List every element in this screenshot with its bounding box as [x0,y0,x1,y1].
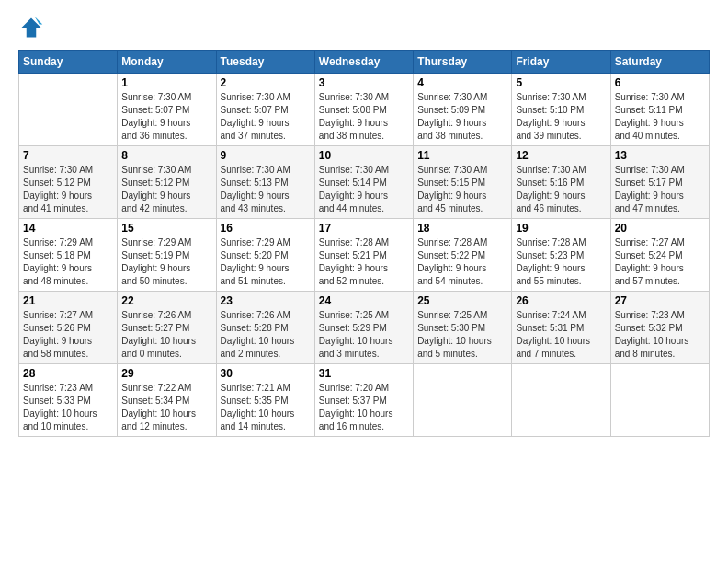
day-number: 22 [121,294,211,307]
header [18,15,710,40]
day-number: 16 [221,222,311,235]
weekday-header-saturday: Saturday [610,51,709,74]
calendar-cell [512,364,610,437]
day-info: Sunrise: 7:29 AM Sunset: 5:19 PM Dayligh… [121,236,211,288]
day-info: Sunrise: 7:30 AM Sunset: 5:17 PM Dayligh… [615,164,705,215]
day-number: 15 [121,222,211,235]
day-info: Sunrise: 7:30 AM Sunset: 5:08 PM Dayligh… [319,91,409,143]
day-info: Sunrise: 7:21 AM Sunset: 5:35 PM Dayligh… [221,382,311,433]
day-info: Sunrise: 7:30 AM Sunset: 5:09 PM Dayligh… [417,91,507,143]
day-info: Sunrise: 7:25 AM Sunset: 5:30 PM Dayligh… [417,309,507,361]
calendar-cell: 13Sunrise: 7:30 AM Sunset: 5:17 PM Dayli… [610,146,709,219]
day-info: Sunrise: 7:30 AM Sunset: 5:10 PM Dayligh… [516,91,606,143]
logo-icon [18,15,44,40]
day-number: 8 [121,149,211,162]
calendar-cell: 20Sunrise: 7:27 AM Sunset: 5:24 PM Dayli… [610,219,709,292]
day-info: Sunrise: 7:30 AM Sunset: 5:16 PM Dayligh… [516,164,606,215]
day-info: Sunrise: 7:25 AM Sunset: 5:29 PM Dayligh… [319,309,409,361]
day-info: Sunrise: 7:30 AM Sunset: 5:12 PM Dayligh… [121,164,211,215]
day-number: 24 [319,294,409,307]
weekday-header-sunday: Sunday [19,51,118,74]
calendar-cell: 10Sunrise: 7:30 AM Sunset: 5:14 PM Dayli… [314,146,413,219]
calendar-cell: 30Sunrise: 7:21 AM Sunset: 5:35 PM Dayli… [216,364,314,437]
day-number: 6 [615,76,705,89]
calendar-cell: 14Sunrise: 7:29 AM Sunset: 5:18 PM Dayli… [19,219,118,292]
day-info: Sunrise: 7:30 AM Sunset: 5:11 PM Dayligh… [615,91,705,143]
weekday-header-friday: Friday [512,51,610,74]
calendar-cell: 31Sunrise: 7:20 AM Sunset: 5:37 PM Dayli… [314,364,413,437]
calendar-cell: 23Sunrise: 7:26 AM Sunset: 5:28 PM Dayli… [216,292,314,364]
calendar-cell: 3Sunrise: 7:30 AM Sunset: 5:08 PM Daylig… [314,74,413,146]
calendar-cell: 17Sunrise: 7:28 AM Sunset: 5:21 PM Dayli… [314,219,413,292]
day-number: 25 [417,294,507,307]
day-number: 4 [417,76,507,89]
weekday-header-tuesday: Tuesday [216,51,314,74]
day-info: Sunrise: 7:26 AM Sunset: 5:27 PM Dayligh… [121,309,211,361]
calendar-table: SundayMondayTuesdayWednesdayThursdayFrid… [18,50,710,437]
calendar-cell: 1Sunrise: 7:30 AM Sunset: 5:07 PM Daylig… [118,74,216,146]
weekday-header-row: SundayMondayTuesdayWednesdayThursdayFrid… [19,51,710,74]
day-number: 27 [615,294,705,307]
calendar-cell: 16Sunrise: 7:29 AM Sunset: 5:20 PM Dayli… [216,219,314,292]
day-info: Sunrise: 7:26 AM Sunset: 5:28 PM Dayligh… [221,309,311,361]
weekday-header-thursday: Thursday [414,51,512,74]
calendar-cell: 9Sunrise: 7:30 AM Sunset: 5:13 PM Daylig… [216,146,314,219]
day-info: Sunrise: 7:30 AM Sunset: 5:07 PM Dayligh… [121,91,211,143]
calendar-cell: 24Sunrise: 7:25 AM Sunset: 5:29 PM Dayli… [314,292,413,364]
calendar-cell: 8Sunrise: 7:30 AM Sunset: 5:12 PM Daylig… [118,146,216,219]
week-row-1: 1Sunrise: 7:30 AM Sunset: 5:07 PM Daylig… [19,74,710,146]
weekday-header-monday: Monday [118,51,216,74]
calendar-cell: 6Sunrise: 7:30 AM Sunset: 5:11 PM Daylig… [610,74,709,146]
day-info: Sunrise: 7:24 AM Sunset: 5:31 PM Dayligh… [516,309,606,361]
week-row-3: 14Sunrise: 7:29 AM Sunset: 5:18 PM Dayli… [19,219,710,292]
calendar-cell: 26Sunrise: 7:24 AM Sunset: 5:31 PM Dayli… [512,292,610,364]
day-number: 7 [23,149,113,162]
day-number: 11 [417,149,507,162]
calendar-cell: 19Sunrise: 7:28 AM Sunset: 5:23 PM Dayli… [512,219,610,292]
day-info: Sunrise: 7:30 AM Sunset: 5:14 PM Dayligh… [319,164,409,215]
day-number: 20 [615,222,705,235]
calendar-cell [414,364,512,437]
day-number: 5 [516,76,606,89]
calendar-cell: 22Sunrise: 7:26 AM Sunset: 5:27 PM Dayli… [118,292,216,364]
day-info: Sunrise: 7:30 AM Sunset: 5:15 PM Dayligh… [417,164,507,215]
calendar-cell: 4Sunrise: 7:30 AM Sunset: 5:09 PM Daylig… [414,74,512,146]
day-number: 31 [319,367,409,380]
day-info: Sunrise: 7:30 AM Sunset: 5:07 PM Dayligh… [221,91,311,143]
week-row-5: 28Sunrise: 7:23 AM Sunset: 5:33 PM Dayli… [19,364,710,437]
day-number: 19 [516,222,606,235]
calendar-cell: 2Sunrise: 7:30 AM Sunset: 5:07 PM Daylig… [216,74,314,146]
calendar-cell: 5Sunrise: 7:30 AM Sunset: 5:10 PM Daylig… [512,74,610,146]
week-row-4: 21Sunrise: 7:27 AM Sunset: 5:26 PM Dayli… [19,292,710,364]
day-info: Sunrise: 7:29 AM Sunset: 5:20 PM Dayligh… [221,236,311,288]
calendar-cell: 18Sunrise: 7:28 AM Sunset: 5:22 PM Dayli… [414,219,512,292]
weekday-header-wednesday: Wednesday [314,51,413,74]
day-number: 26 [516,294,606,307]
day-number: 13 [615,149,705,162]
day-number: 12 [516,149,606,162]
day-info: Sunrise: 7:20 AM Sunset: 5:37 PM Dayligh… [319,382,409,433]
day-number: 1 [121,76,211,89]
day-info: Sunrise: 7:27 AM Sunset: 5:24 PM Dayligh… [615,236,705,288]
day-number: 3 [319,76,409,89]
calendar-cell: 7Sunrise: 7:30 AM Sunset: 5:12 PM Daylig… [19,146,118,219]
day-info: Sunrise: 7:23 AM Sunset: 5:32 PM Dayligh… [615,309,705,361]
day-info: Sunrise: 7:28 AM Sunset: 5:21 PM Dayligh… [319,236,409,288]
calendar-cell: 25Sunrise: 7:25 AM Sunset: 5:30 PM Dayli… [414,292,512,364]
day-info: Sunrise: 7:29 AM Sunset: 5:18 PM Dayligh… [23,236,113,288]
day-number: 23 [221,294,311,307]
calendar-cell [610,364,709,437]
day-number: 10 [319,149,409,162]
day-number: 21 [23,294,113,307]
day-number: 14 [23,222,113,235]
day-info: Sunrise: 7:30 AM Sunset: 5:13 PM Dayligh… [221,164,311,215]
calendar-cell: 28Sunrise: 7:23 AM Sunset: 5:33 PM Dayli… [19,364,118,437]
logo [18,15,48,40]
calendar-cell: 29Sunrise: 7:22 AM Sunset: 5:34 PM Dayli… [118,364,216,437]
day-number: 18 [417,222,507,235]
calendar-cell: 11Sunrise: 7:30 AM Sunset: 5:15 PM Dayli… [414,146,512,219]
calendar-cell: 27Sunrise: 7:23 AM Sunset: 5:32 PM Dayli… [610,292,709,364]
calendar-cell [19,74,118,146]
page: SundayMondayTuesdayWednesdayThursdayFrid… [0,0,728,563]
calendar-cell: 21Sunrise: 7:27 AM Sunset: 5:26 PM Dayli… [19,292,118,364]
